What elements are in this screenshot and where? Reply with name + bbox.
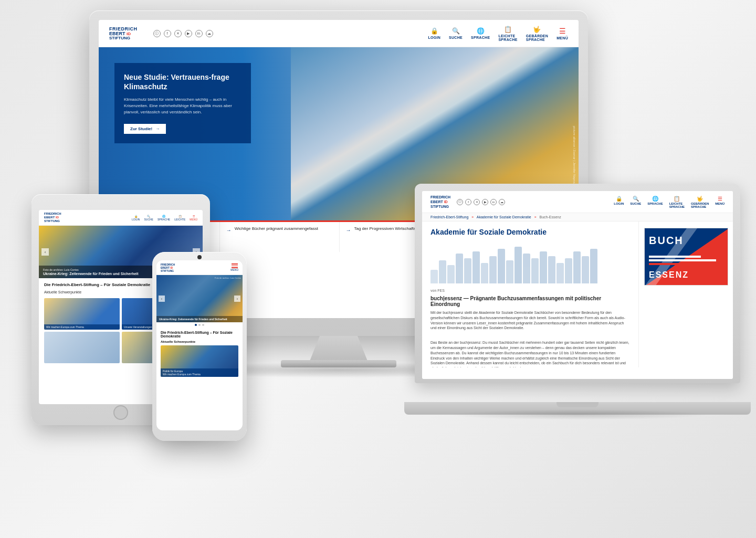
scene: FRIEDRICH EBERT ID STIFTUNG ⓘ f ✕ ▶ in ☁ (0, 0, 756, 538)
chart-bar (582, 256, 589, 284)
hamburger-icon (232, 263, 238, 268)
laptop-chart (430, 241, 630, 283)
chart-bar (506, 260, 513, 283)
instagram-icon[interactable]: ⓘ (457, 199, 463, 205)
monitor-nav-items: 🔒 LOGIN 🔍 SUCHE 🌐 SPRACHE 📋 (428, 26, 568, 41)
laptop-page-title: Akademie für Soziale Demokratie (430, 228, 630, 236)
chart-bar (556, 263, 564, 283)
tab-nav-lang[interactable]: 🌐 SPRACHE (158, 215, 170, 221)
prev-arrow[interactable]: ‹ (159, 296, 165, 302)
search-icon: 🔍 (633, 196, 639, 202)
youtube-icon[interactable]: ▶ (185, 30, 192, 37)
lap-nav-sign[interactable]: 🤟 GEBÄRDENSPRACHE (691, 196, 709, 208)
sign-lang-icon: 🤟 (697, 196, 703, 202)
chart-bar (540, 251, 547, 283)
phone-card-label: Politik für EuropaWir machen Europa zum … (161, 368, 238, 377)
tablet-logo: FRIEDRICHEBERT IDSTIFTUNG (44, 212, 61, 224)
nav-search[interactable]: 🔍 SUCHE (449, 27, 463, 39)
dot-1[interactable] (195, 324, 197, 326)
laptop-base (404, 402, 751, 415)
dot-3[interactable] (202, 324, 204, 326)
lock-icon: 🔒 (430, 27, 438, 35)
breadcrumb-current: Buch-Essenz (539, 215, 561, 219)
facebook-icon[interactable]: f (465, 199, 471, 205)
chart-bar (565, 258, 572, 283)
tab-nav-easy[interactable]: 📋 LEICHTE (174, 215, 185, 221)
menu-label: MENÜ (556, 36, 568, 40)
laptop-main: Akademie für Soziale Demokratie von FES … (422, 221, 638, 367)
phone-card[interactable]: Politik für EuropaWir machen Europa zum … (161, 345, 238, 377)
phone-header: FRIEDRICHEBERT IDSTIFTUNG MENÜ (156, 260, 243, 275)
phone-frame: FRIEDRICHEBERT IDSTIFTUNG MENÜ Foto (152, 252, 247, 441)
chart-bar (489, 256, 497, 284)
nav-language[interactable]: 🌐 SPRACHE (471, 27, 490, 39)
laptop-header: FRIEDRICHEBERT IDSTIFTUNG ⓘ f ✕ ▶ in ☁ 🔒… (422, 191, 733, 213)
chart-bar (439, 260, 446, 283)
language-label: SPRACHE (471, 36, 490, 39)
chart-bar (523, 254, 530, 283)
laptop-breadcrumb: Friedrich-Ebert-Stiftung » Akademie für … (422, 213, 733, 221)
youtube-icon[interactable]: ▶ (482, 199, 488, 205)
nav-login[interactable]: 🔒 LOGIN (428, 27, 440, 39)
twitter-icon[interactable]: ✕ (474, 199, 480, 205)
easy-lang-icon: 📋 (504, 26, 512, 33)
tablet-grid-item-3[interactable] (44, 332, 120, 363)
hero-desc: Klimaschutz bleibt für viele Menschen wi… (124, 97, 242, 115)
photo-credit: picture alliance / Zoonar | Jennifer Nap… (573, 126, 576, 186)
lap-nav-search[interactable]: 🔍 SUCHE (630, 196, 641, 208)
news-item-2[interactable]: → Wichtige Bücher prägnant zusammengefas… (220, 222, 340, 252)
breadcrumb-sep-1: » (471, 215, 474, 219)
nav-sign-language[interactable]: 🤟 GEBÄRDENSPRACHE (526, 26, 548, 41)
monitor-fes-logo: FRIEDRICH EBERT ID STIFTUNG (109, 27, 138, 40)
linkedin-icon[interactable]: in (490, 199, 497, 205)
linkedin-icon[interactable]: in (195, 30, 203, 37)
tab-nav-menu[interactable]: ☰ MENÜ (190, 215, 197, 221)
lock-icon: 🔒 (616, 196, 622, 202)
search-label: SUCHE (449, 36, 463, 39)
chart-bar (456, 254, 463, 283)
tab-nav-search[interactable]: 🔍 SUCHE (144, 215, 153, 221)
easy-lang-label: LEICHTESPRACHE (498, 34, 517, 41)
phone-hero-overlay: Ukraine-Krieg: Zeitenwende für Frieden u… (156, 316, 243, 322)
hero-button[interactable]: Zur Studie! → (124, 124, 166, 134)
lap-nav-lang[interactable]: 🌐 SPRACHE (647, 196, 663, 208)
phone-menu[interactable]: MENÜ (230, 263, 238, 271)
breadcrumb-akad[interactable]: Akademie für Soziale Demokratie (477, 215, 531, 219)
tab-nav-login[interactable]: 🔒 LOGIN (132, 215, 140, 221)
lap-nav-menu[interactable]: ☰ MENÜ (715, 196, 724, 208)
laptop-body-text-1: Mit der buch|essenz stellt die Akademie … (430, 310, 630, 331)
buch-text: BUCH (649, 235, 684, 247)
laptop-social: ⓘ f ✕ ▶ in ☁ (457, 199, 505, 205)
tablet-home-button[interactable] (113, 405, 128, 420)
phone-menu-label: MENÜ (230, 268, 238, 271)
chart-bar (498, 249, 505, 283)
cloud-icon[interactable]: ☁ (499, 199, 505, 205)
nav-menu[interactable]: ☰ MENÜ (556, 27, 568, 40)
tablet-nav: 🔒 LOGIN 🔍 SUCHE 🌐 SPRACHE 📋 (132, 215, 197, 221)
chart-bar (590, 249, 597, 283)
lap-nav-login[interactable]: 🔒 LOGIN (614, 196, 624, 208)
prev-arrow[interactable]: ‹ (41, 248, 49, 256)
logo-line3: STIFTUNG (109, 36, 138, 40)
instagram-icon[interactable]: ⓘ (153, 30, 161, 37)
phone-section: Aktuelle Schwerpunkte (161, 340, 238, 343)
search-icon: 🔍 (452, 27, 460, 35)
phone: FRIEDRICHEBERT IDSTIFTUNG MENÜ Foto (152, 252, 247, 441)
chart-bar (548, 256, 555, 284)
phone-screen: FRIEDRICHEBERT IDSTIFTUNG MENÜ Foto (156, 260, 243, 430)
tablet-header: FRIEDRICHEBERT IDSTIFTUNG 🔒 LOGIN 🔍 SUCH… (39, 210, 203, 226)
logo-line-1 (649, 256, 701, 258)
chart-bar (531, 258, 539, 283)
facebook-icon[interactable]: f (164, 30, 171, 37)
breadcrumb-home[interactable]: Friedrich-Ebert-Stiftung (430, 215, 468, 219)
laptop-logo: FRIEDRICHEBERT IDSTIFTUNG (430, 195, 450, 209)
tablet-grid-item-1[interactable]: Wir machen Europa zum Thema (44, 298, 120, 330)
twitter-icon[interactable]: ✕ (174, 30, 182, 37)
cloud-icon[interactable]: ☁ (206, 30, 213, 37)
dot-2[interactable] (198, 324, 201, 326)
next-arrow[interactable]: › (234, 296, 240, 302)
sign-lang-label: GEBÄRDENSPRACHE (526, 34, 548, 41)
nav-easy-language[interactable]: 📋 LEICHTESPRACHE (498, 26, 517, 41)
laptop-von: von FES (430, 289, 630, 292)
lap-nav-easy[interactable]: 📋 LEICHTESPRACHE (669, 196, 685, 208)
